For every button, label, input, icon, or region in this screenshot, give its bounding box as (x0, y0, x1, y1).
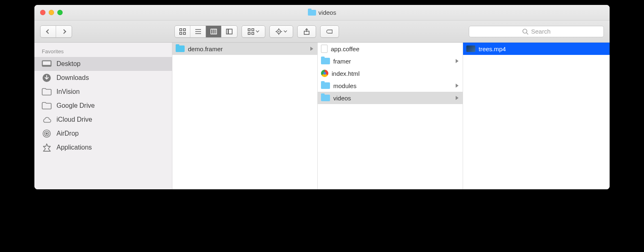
folder-icon (321, 58, 330, 64)
svg-rect-14 (248, 32, 250, 34)
file-label: trees.mp4 (479, 45, 506, 52)
file-row[interactable]: framer (318, 55, 463, 67)
svg-point-23 (523, 29, 527, 33)
zoom-button[interactable] (57, 10, 63, 15)
chevron-right-icon (456, 96, 459, 100)
svg-point-30 (46, 133, 47, 134)
content-area: Favorites Desktop Downloads InVision (34, 43, 610, 189)
sidebar-item-downloads[interactable]: Downloads (34, 71, 172, 85)
gallery-icon (226, 28, 233, 35)
chevron-right-icon (456, 84, 459, 88)
file-label: modules (333, 82, 357, 89)
grid-icon (179, 28, 186, 35)
search-placeholder: Search (531, 28, 551, 35)
chevron-down-icon (256, 29, 259, 32)
toolbar: Search (34, 20, 610, 43)
view-columns-button[interactable] (206, 26, 221, 37)
view-icons-button[interactable] (175, 26, 190, 37)
svg-line-24 (526, 33, 528, 34)
back-button[interactable] (41, 26, 56, 37)
tag-icon (326, 28, 333, 35)
file-row[interactable]: trees.mp4 (463, 43, 610, 55)
sidebar-item-icloud[interactable]: iCloud Drive (34, 113, 172, 127)
file-row[interactable]: videos (318, 92, 463, 104)
sidebar-heading: Favorites (34, 47, 172, 57)
airdrop-icon (42, 129, 52, 138)
svg-rect-10 (226, 29, 228, 34)
folder-icon (308, 10, 316, 16)
column-2[interactable]: app.coffee framer index.html modules vid… (318, 43, 463, 189)
svg-rect-15 (252, 32, 254, 34)
chrome-html-icon (321, 70, 328, 77)
window-title: videos (34, 9, 610, 16)
view-list-button[interactable] (190, 26, 206, 37)
file-row[interactable]: modules (318, 79, 463, 92)
sidebar-item-google-drive[interactable]: Google Drive (34, 99, 172, 113)
group-by-button[interactable] (242, 25, 265, 38)
file-label: videos (333, 95, 351, 102)
folder-icon (42, 88, 52, 96)
chevron-left-icon (46, 29, 50, 34)
action-menu-button[interactable] (269, 25, 293, 38)
chevron-right-icon (456, 59, 459, 63)
search-field[interactable]: Search (469, 26, 604, 37)
close-button[interactable] (40, 10, 45, 15)
forward-button[interactable] (56, 26, 72, 37)
share-icon (303, 28, 310, 35)
file-label: index.html (332, 70, 359, 77)
file-label: app.coffee (331, 45, 359, 52)
svg-rect-2 (180, 32, 182, 34)
svg-rect-13 (252, 29, 254, 31)
desktop-icon (42, 60, 52, 68)
applications-icon (42, 143, 52, 152)
columns-icon (210, 28, 217, 35)
search-icon (522, 28, 529, 35)
tags-button[interactable] (320, 25, 339, 38)
svg-rect-7 (211, 29, 217, 34)
file-row[interactable]: app.coffee (318, 43, 463, 55)
file-row[interactable]: index.html (318, 67, 463, 79)
sidebar-item-airdrop[interactable]: AirDrop (34, 127, 172, 141)
finder-window: videos (34, 5, 610, 189)
file-label: demo.framer (188, 45, 223, 52)
view-gallery-button[interactable] (221, 26, 237, 37)
file-row[interactable]: demo.framer (172, 43, 317, 55)
svg-rect-0 (180, 29, 182, 31)
svg-rect-1 (183, 29, 185, 31)
sidebar-item-label: Google Drive (56, 102, 95, 109)
sidebar-item-desktop[interactable]: Desktop (34, 57, 172, 71)
traffic-lights (34, 10, 63, 15)
file-label: framer (333, 58, 351, 65)
cloud-icon (42, 116, 52, 124)
svg-point-17 (278, 31, 280, 32)
document-icon (321, 45, 328, 53)
sidebar-item-label: InVision (56, 88, 80, 95)
sidebar-item-applications[interactable]: Applications (34, 141, 172, 154)
sidebar-item-label: AirDrop (56, 130, 79, 137)
sidebar: Favorites Desktop Downloads InVision (34, 43, 172, 189)
column-1[interactable]: demo.framer (172, 43, 318, 189)
column-3[interactable]: trees.mp4 (463, 43, 610, 189)
sidebar-item-label: Desktop (56, 60, 81, 68)
sidebar-item-label: Applications (56, 144, 92, 151)
folder-icon (321, 95, 330, 101)
folder-icon (42, 102, 52, 110)
minimize-button[interactable] (49, 10, 54, 15)
folder-icon (321, 82, 330, 89)
chevron-right-icon (310, 47, 313, 51)
list-icon (195, 28, 201, 35)
chevron-down-icon (284, 29, 287, 32)
svg-rect-12 (248, 29, 250, 31)
nav-buttons (40, 25, 72, 38)
chevron-right-icon (61, 29, 66, 34)
share-button[interactable] (297, 25, 316, 38)
svg-rect-26 (43, 61, 51, 65)
view-mode-segment (174, 25, 237, 38)
video-file-icon (466, 45, 475, 52)
svg-rect-3 (183, 32, 185, 34)
sidebar-item-invision[interactable]: InVision (34, 85, 172, 99)
gear-icon (276, 28, 282, 35)
framer-folder-icon (176, 45, 185, 52)
sidebar-item-label: Downloads (56, 74, 89, 82)
group-icon (248, 28, 254, 35)
